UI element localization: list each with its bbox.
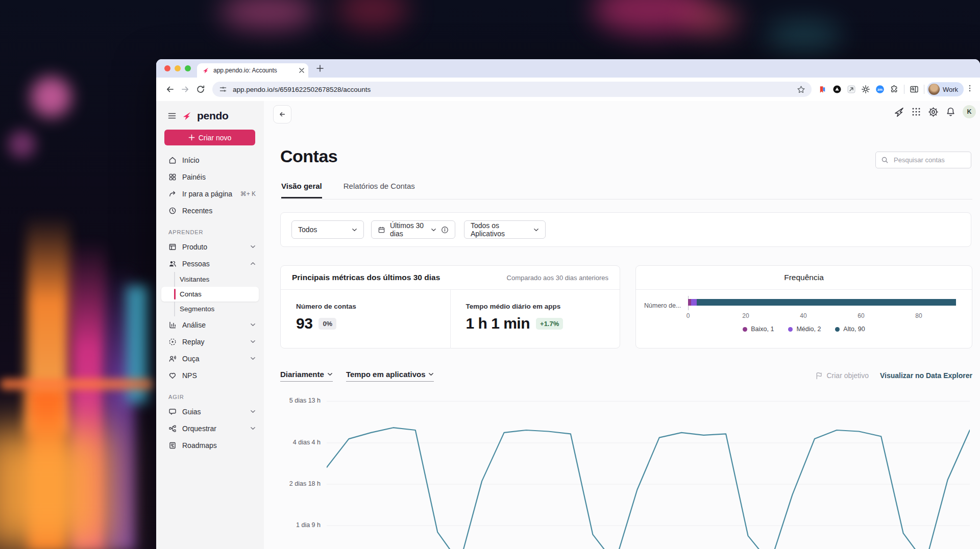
window-close-button[interactable] [164, 65, 170, 71]
extension-burst-icon[interactable] [859, 82, 873, 96]
calendar-icon [378, 226, 385, 234]
info-icon[interactable] [441, 226, 449, 234]
settings-gear-icon[interactable] [928, 107, 939, 117]
extension-ribbon-icon[interactable] [816, 82, 830, 96]
sidebar-item-guias[interactable]: Guias [156, 403, 264, 420]
create-new-button[interactable]: Criar novo [164, 130, 255, 145]
forward-icon[interactable] [178, 82, 193, 97]
sidebar-item-label: Ouça [182, 355, 244, 363]
y-axis-label: 5 dias 13 h [280, 397, 321, 404]
filters-panel: Todos Últimos 30 dias [280, 212, 971, 247]
sidebar-item-analise[interactable]: Análise [156, 316, 264, 333]
new-tab-button[interactable] [316, 65, 324, 74]
data-explorer-link[interactable]: Visualizar no Data Explorer [880, 371, 972, 380]
extensions-puzzle-icon[interactable] [887, 82, 901, 96]
window-zoom-button[interactable] [185, 65, 191, 71]
search-accounts-box[interactable] [875, 152, 971, 168]
pendo-launcher-icon[interactable] [894, 107, 904, 117]
apps-filter-dropdown[interactable]: Todos os Aplicativos [464, 220, 546, 239]
window-minimize-button[interactable] [175, 65, 181, 71]
chevron-down-icon [327, 371, 333, 377]
sidebar-item-produto[interactable]: Produto [156, 238, 264, 255]
wallpaper-glow [8, 131, 36, 158]
chevron-down-icon [250, 322, 256, 328]
metric-tempo-medio-diario: Tempo médio diário em apps 1 h 1 min +1.… [450, 290, 620, 348]
wallpaper-glow [219, 0, 316, 30]
keyboard-shortcut: ⌘+ K [240, 190, 256, 197]
sidebar-item-contas[interactable]: Contas [161, 287, 259, 302]
sidebar-item-label: Replay [182, 338, 244, 346]
search-accounts-input[interactable] [893, 156, 966, 164]
key-metrics-card: Principais métricas dos últimos 30 dias … [280, 265, 620, 348]
frequency-card-title: Frequência [636, 266, 972, 290]
extension-zoom-icon[interactable]: zm [873, 82, 887, 96]
url-text: app.pendo.io/s/6591622502678528/accounts [233, 86, 792, 93]
sidebar-item-ouca[interactable]: Ouça [156, 350, 264, 367]
date-range-dropdown[interactable]: Últimos 30 dias [371, 220, 455, 239]
tabs-divider [280, 199, 972, 199]
home-icon [168, 156, 177, 164]
sidebar-item-label: Roadmaps [182, 441, 256, 450]
time-in-apps-series-line [327, 428, 970, 549]
site-info-icon[interactable] [218, 85, 228, 94]
granularity-dropdown[interactable]: Diariamente [280, 370, 333, 382]
page-back-button[interactable] [273, 105, 291, 123]
wallpaper-glow [31, 77, 71, 117]
extension-recorder-icon[interactable] [830, 82, 844, 96]
browser-profile-button[interactable]: Work [927, 82, 964, 96]
bookmark-star-icon[interactable] [797, 85, 805, 94]
metric-value: 1 h 1 min [466, 315, 530, 332]
chart-metric-dropdown[interactable]: Tempo em aplicativos [346, 370, 434, 382]
side-panel-search-icon[interactable] [907, 82, 921, 96]
browser-tab[interactable]: app.pendo.io: Accounts [197, 63, 308, 78]
sidebar-item-visitantes[interactable]: Visitantes [156, 272, 264, 287]
chevron-down-icon [250, 244, 256, 249]
frequency-x-tick: 80 [915, 312, 922, 319]
chevron-down-icon [428, 371, 434, 377]
sidebar-item-inicio[interactable]: Início [156, 152, 264, 168]
user-avatar[interactable]: K [963, 105, 976, 118]
sidebar-item-pessoas[interactable]: Pessoas [156, 255, 264, 272]
sidebar-item-paineis[interactable]: Painéis [156, 168, 264, 185]
y-axis-label: 2 dias 18 h [280, 480, 321, 487]
create-goal-button[interactable]: Criar objetivo [815, 371, 868, 380]
apps-grid-icon[interactable] [911, 107, 921, 117]
tab-relatorios-de-contas[interactable]: Relatórios de Contas [344, 182, 415, 198]
url-bar[interactable]: app.pendo.io/s/6591622502678528/accounts [212, 82, 812, 97]
time-in-apps-line-chart: 5 dias 13 h4 dias 4 h2 dias 18 h1 dia 9 … [280, 387, 972, 549]
metric-label: Número de contas [296, 303, 450, 310]
frequency-x-tick: 20 [742, 312, 749, 319]
orchestrate-icon [168, 425, 177, 433]
browser-menu-icon[interactable] [966, 84, 974, 94]
sidebar-item-roadmaps[interactable]: Roadmaps [156, 437, 264, 454]
legend-item-baixo: Baixo, 1 [743, 326, 774, 333]
chevron-down-icon [250, 426, 256, 431]
sidebar-item-replay[interactable]: Replay [156, 333, 264, 350]
tab-close-icon[interactable] [299, 68, 304, 73]
chevron-down-icon [250, 409, 256, 414]
chevron-down-icon [250, 339, 256, 344]
people-icon [168, 260, 177, 268]
chevron-up-icon [250, 261, 256, 266]
sidebar-item-label: Análise [182, 321, 244, 329]
segment-filter-dropdown[interactable]: Todos [291, 220, 364, 239]
frequency-segment-medio [691, 299, 697, 306]
sidebar-nav: InícioPainéisIr para a página⌘+ KRecente… [156, 152, 264, 454]
sidebar-item-nps[interactable]: NPS [156, 367, 264, 384]
sidebar-item-ir-para-a-pagina[interactable]: Ir para a página⌘+ K [156, 185, 264, 202]
hamburger-menu-icon[interactable] [167, 111, 177, 120]
date-range-value: Últimos 30 dias [390, 221, 426, 238]
reload-icon[interactable] [193, 82, 208, 97]
sidebar-section-aprender: APRENDER [156, 226, 264, 238]
back-icon[interactable] [162, 82, 178, 97]
tab-visao-geral[interactable]: Visão geral [281, 182, 322, 198]
extension-cursor-icon[interactable] [844, 82, 859, 96]
clock-icon [168, 207, 177, 215]
toolbar-divider [904, 85, 904, 94]
sidebar-item-segmentos[interactable]: Segmentos [156, 302, 264, 316]
sidebar-item-recentes[interactable]: Recentes [156, 202, 264, 219]
chevron-down-icon [431, 227, 436, 233]
sidebar-item-orquestrar[interactable]: Orquestrar [156, 420, 264, 437]
segment-filter-value: Todos [298, 226, 347, 234]
notifications-bell-icon[interactable] [945, 107, 956, 117]
